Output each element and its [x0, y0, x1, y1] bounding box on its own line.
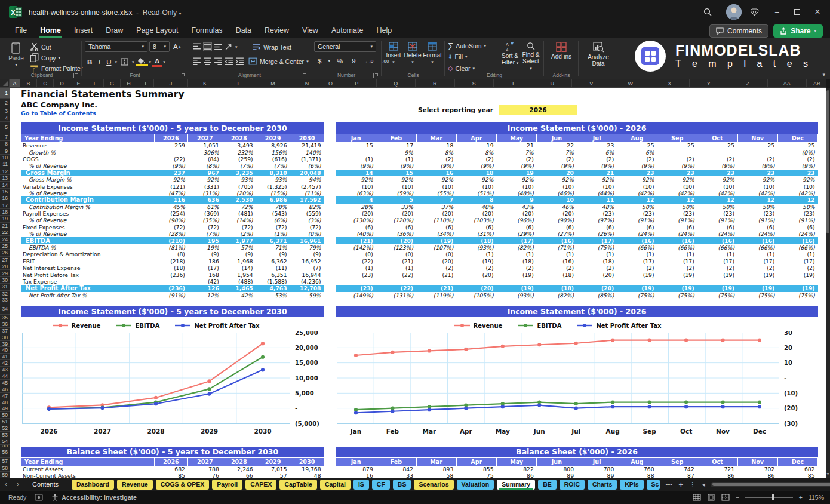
value-cell[interactable]: 140% — [290, 149, 324, 155]
value-cell[interactable]: 92% — [697, 176, 737, 183]
paste-button[interactable]: Paste▾ — [5, 40, 27, 67]
accounting-format-button[interactable]: $ — [315, 57, 324, 65]
column-header-O[interactable]: O — [324, 79, 337, 88]
collapse-ribbon-icon[interactable]: ▾ — [822, 72, 825, 78]
increase-font-button[interactable]: A▲ — [171, 42, 184, 51]
header-cell[interactable]: Sep — [657, 458, 697, 466]
column-header-AA[interactable]: AA — [768, 79, 807, 88]
value-cell[interactable]: (19) — [416, 237, 456, 244]
value-cell[interactable]: 23 — [777, 170, 817, 176]
row-header-45[interactable]: 45 — [0, 380, 10, 386]
value-cell[interactable]: (0) — [376, 251, 416, 257]
alignment-dialog-launcher[interactable] — [302, 73, 307, 78]
value-cell[interactable]: - — [537, 278, 577, 285]
value-cell[interactable]: (1) — [497, 251, 537, 257]
value-cell[interactable]: 45% — [154, 204, 188, 210]
row-header-39[interactable]: 39 — [0, 341, 10, 348]
row-header-37[interactable]: 37 — [0, 328, 10, 334]
value-cell[interactable]: 6% — [577, 149, 617, 155]
column-header-I[interactable]: I — [137, 79, 154, 88]
column-header-H[interactable]: H — [121, 79, 137, 88]
value-cell[interactable]: 16 — [416, 170, 456, 176]
fill-color-button[interactable] — [136, 57, 148, 66]
value-cell[interactable]: (18) — [577, 258, 617, 265]
header-cell[interactable]: Oct — [697, 134, 737, 142]
value-cell[interactable]: 2,530 — [222, 196, 256, 203]
value-cell[interactable]: 71% — [256, 244, 290, 251]
value-cell[interactable]: 156% — [256, 149, 290, 155]
header-cell[interactable]: 2027 — [188, 134, 222, 142]
value-cell[interactable]: (93%) — [456, 244, 496, 251]
value-cell[interactable]: - — [336, 278, 376, 285]
row-label-cell[interactable]: EBITDA — [21, 237, 154, 244]
value-cell[interactable]: (120%) — [376, 217, 416, 223]
clipboard-dialog-launcher[interactable] — [73, 73, 79, 78]
sheet-tab-roic[interactable]: ROIC — [560, 480, 585, 490]
column-header-F[interactable]: F — [87, 79, 104, 88]
row-header-26[interactable]: 26 — [0, 250, 10, 256]
value-cell[interactable]: (1) — [657, 251, 697, 257]
value-cell[interactable]: - — [777, 278, 817, 285]
row-header-51[interactable]: 51 — [0, 419, 10, 425]
row-header-7[interactable]: 7 — [0, 133, 10, 141]
value-cell[interactable]: (44%) — [577, 190, 617, 196]
column-header-M[interactable]: M — [256, 79, 290, 88]
row-header-41[interactable]: 41 — [0, 354, 10, 360]
page-break-view-icon[interactable] — [721, 494, 730, 501]
value-cell[interactable]: (66%) — [617, 244, 657, 251]
value-cell[interactable]: (1) — [617, 251, 657, 257]
value-cell[interactable]: (14) — [222, 265, 256, 271]
row-label-cell[interactable]: % of Revenue — [21, 162, 154, 169]
value-cell[interactable]: (218) — [154, 258, 188, 265]
value-cell[interactable]: (23) — [336, 271, 376, 278]
align-left-icon[interactable] — [192, 57, 201, 66]
value-cell[interactable]: (47%) — [154, 190, 188, 196]
close-button[interactable]: × — [809, 5, 826, 19]
row-header-5[interactable]: 5 — [0, 122, 10, 133]
value-cell[interactable]: (1) — [537, 251, 577, 257]
value-cell[interactable]: (66%) — [777, 244, 817, 251]
value-cell[interactable]: 8,310 — [256, 170, 290, 176]
value-cell[interactable]: 6% — [617, 149, 657, 155]
value-cell[interactable]: (1) — [697, 251, 737, 257]
column-header-Q[interactable]: Q — [377, 79, 416, 88]
value-cell[interactable]: (66%) — [657, 244, 697, 251]
header-cell[interactable]: May — [497, 458, 537, 466]
value-cell[interactable]: 8 — [456, 196, 496, 203]
value-cell[interactable]: (71%) — [537, 244, 577, 251]
value-cell[interactable]: (488) — [222, 278, 256, 285]
value-cell[interactable]: (705) — [222, 183, 256, 189]
row-header-18[interactable]: 18 — [0, 209, 10, 216]
value-cell[interactable]: (66%) — [697, 244, 737, 251]
row-label-cell[interactable]: Depreciation & Amortization — [21, 251, 154, 257]
tab-options-button[interactable]: ⋮ — [686, 481, 699, 488]
row-label-cell[interactable]: Current Assets — [21, 466, 154, 472]
value-cell[interactable]: 92% — [376, 176, 416, 183]
value-cell[interactable]: (29%) — [497, 231, 537, 237]
value-cell[interactable]: 57% — [222, 244, 256, 251]
value-cell[interactable]: 88 — [617, 472, 657, 478]
value-cell[interactable]: 57 — [256, 472, 290, 478]
hscroll-left-icon[interactable]: ◂ — [699, 481, 708, 488]
value-cell[interactable]: (6) — [577, 224, 617, 231]
sheet-tab-captable[interactable]: CapTable — [279, 480, 316, 490]
gem-icon[interactable] — [745, 5, 763, 19]
value-cell[interactable]: (20) — [497, 210, 537, 217]
row-header-44[interactable]: 44 — [0, 373, 10, 380]
value-cell[interactable]: 879 — [336, 466, 376, 472]
restore-button[interactable] — [788, 5, 806, 19]
value-cell[interactable]: (20) — [456, 210, 496, 217]
sheet-tab-contents[interactable]: Contents — [32, 481, 59, 488]
value-cell[interactable]: 237 — [154, 170, 188, 176]
value-cell[interactable]: (6) — [737, 224, 777, 231]
sort-filter-button[interactable]: AZ Sort & Filter ▾ — [499, 40, 521, 66]
value-cell[interactable]: (16) — [737, 237, 777, 244]
value-cell[interactable]: (2) — [737, 156, 777, 162]
value-cell[interactable]: 17 — [376, 142, 416, 149]
value-cell[interactable]: 780 — [577, 466, 617, 472]
value-cell[interactable]: (2) — [497, 265, 537, 271]
value-cell[interactable]: 3,493 — [222, 142, 256, 149]
value-cell[interactable]: (36%) — [376, 231, 416, 237]
sheet-tab-revenue[interactable]: Revenue — [117, 480, 153, 490]
value-cell[interactable]: (72) — [222, 224, 256, 231]
